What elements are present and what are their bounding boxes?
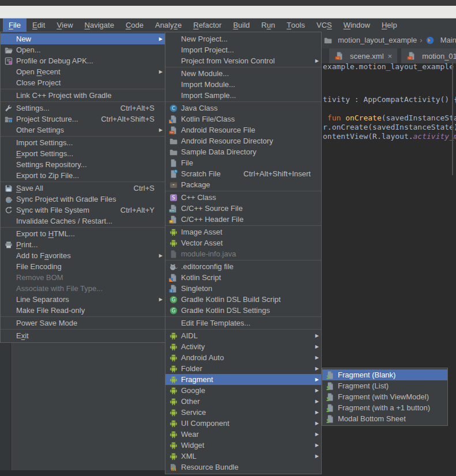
- menu-item-widget[interactable]: Widget▶: [165, 440, 321, 451]
- menubar-item-window[interactable]: Window: [338, 18, 376, 32]
- menu-item-link-c-project-with-gradle[interactable]: Link C++ Project with Gradle: [1, 90, 165, 101]
- menubar-item-file[interactable]: File: [3, 18, 27, 32]
- menu-item-import-project[interactable]: Import Project...: [165, 44, 321, 55]
- menu-item-power-save-mode[interactable]: Power Save Mode: [1, 318, 165, 328]
- menu-item-wear[interactable]: Wear▶: [165, 429, 321, 440]
- menu-item-label: Gradle Kotlin DSL Build Script: [181, 295, 281, 304]
- menu-item-new-module[interactable]: New Module...: [165, 68, 321, 79]
- menu-item-modal-bottom-sheet[interactable]: Modal Bottom Sheet: [322, 413, 447, 424]
- menu-item-label: New Module...: [181, 69, 229, 78]
- menubar-item-help[interactable]: Help: [376, 18, 403, 32]
- menu-item-scratch-file[interactable]: Scratch FileCtrl+Alt+Shift+Insert: [165, 168, 321, 179]
- menu-item-activity[interactable]: Activity▶: [165, 341, 321, 352]
- menu-item-export-to-html[interactable]: Export to HTML...: [1, 228, 165, 239]
- menu-item-editorconfig-file[interactable]: .editorconfig file: [165, 261, 321, 272]
- menu-item-fragment-with-viewmodel[interactable]: Fragment (with ViewModel): [322, 391, 447, 402]
- menubar-item-view[interactable]: View: [51, 18, 78, 32]
- menu-separator: [165, 67, 321, 67]
- menu-item-profile-or-debug-apk[interactable]: Profile or Debug APK...: [1, 55, 165, 66]
- menu-item-project-from-version-control[interactable]: Project from Version Control▶: [165, 55, 321, 66]
- menubar-item-tools[interactable]: Tools: [281, 18, 311, 32]
- system-titlebar: [0, 6, 456, 18]
- menu-item-settings[interactable]: Settings...Ctrl+Alt+S: [1, 103, 165, 114]
- menu-item-image-asset[interactable]: Image Asset: [165, 226, 321, 237]
- menu-item-edit-file-templates[interactable]: Edit File Templates...: [165, 318, 321, 328]
- breadcrumb-item-mainac[interactable]: MainAc: [425, 36, 456, 45]
- menu-item-sync-project-with-gradle-files[interactable]: Sync Project with Gradle Files: [1, 194, 165, 205]
- menu-item-exit[interactable]: Exit: [1, 330, 165, 341]
- menu-item-export-settings[interactable]: Export Settings...: [1, 148, 165, 159]
- menubar-item-build[interactable]: Build: [227, 18, 255, 32]
- menu-item-import-sample[interactable]: Import Sample...: [165, 90, 321, 101]
- menu-item-service[interactable]: Service▶: [165, 407, 321, 418]
- menu-item-import-settings[interactable]: Import Settings...: [1, 137, 165, 148]
- menu-item-gradle-kotlin-dsl-settings[interactable]: GGradle Kotlin DSL Settings: [165, 305, 321, 316]
- menu-item-android-resource-file[interactable]: <>Android Resource File: [165, 124, 321, 135]
- menu-item-open-recent[interactable]: Open Recent▶: [1, 66, 165, 77]
- menu-item-fragment-list[interactable]: Fragment (List): [322, 380, 447, 391]
- menu-item-c-class[interactable]: SC++ Class: [165, 192, 321, 203]
- menubar-item-refactor[interactable]: Refactor: [187, 18, 227, 32]
- menu-item-label: Kotlin File/Class: [181, 115, 235, 123]
- menubar-item-navigate[interactable]: Navigate: [79, 18, 120, 32]
- menu-item-label: Android Resource File: [181, 126, 255, 134]
- menu-item-c-c-source-file[interactable]: C++C/C++ Source File: [165, 203, 321, 214]
- menu-item-file-encoding[interactable]: File Encoding: [1, 261, 165, 272]
- menu-item-label: Settings Repository...: [16, 160, 87, 169]
- menu-item-new-project[interactable]: New Project...: [165, 33, 321, 44]
- menu-item-singleton[interactable]: JSingleton: [165, 283, 321, 294]
- menu-item-gradle-kotlin-dsl-build-script[interactable]: GGradle Kotlin DSL Build Script: [165, 294, 321, 305]
- menu-item-vector-asset[interactable]: Vector Asset: [165, 237, 321, 248]
- menu-item-other[interactable]: Other▶: [165, 396, 321, 407]
- tab-close-icon[interactable]: ×: [388, 52, 393, 61]
- menu-item-export-to-zip-file[interactable]: Export to Zip File...: [1, 170, 165, 181]
- menu-item-sync-with-file-system[interactable]: Sync with File SystemCtrl+Alt+Y: [1, 205, 165, 216]
- editor-tab-motion-01-cl[interactable]: <>motion_01_cl_: [401, 48, 456, 63]
- menu-item-resource-bundle[interactable]: Resource Bundle: [165, 462, 321, 473]
- breadcrumb-item-motion-layout-example[interactable]: motion_layout_example: [323, 36, 417, 45]
- menu-item-xml[interactable]: XML▶: [165, 451, 321, 462]
- editor-tab-scene-xml[interactable]: <>scene.xml×: [329, 48, 397, 63]
- menu-item-fragment-with-a-1-button[interactable]: Fragment (with a +1 button): [322, 402, 447, 413]
- menu-item-file[interactable]: File: [165, 157, 321, 168]
- menu-item-sample-data-directory[interactable]: Sample Data Directory: [165, 146, 321, 157]
- menu-item-settings-repository[interactable]: Settings Repository...: [1, 159, 165, 170]
- menubar-item-analyze[interactable]: Analyze: [149, 18, 187, 32]
- menu-item-c-c-header-file[interactable]: HC/C++ Header File: [165, 214, 321, 225]
- menu-item-other-settings[interactable]: Other Settings▶: [1, 124, 165, 135]
- menu-item-google[interactable]: Google▶: [165, 385, 321, 396]
- menu-item-save-all[interactable]: Save AllCtrl+S: [1, 183, 165, 194]
- menu-item-make-file-read-only[interactable]: Make File Read-only: [1, 305, 165, 316]
- menubar-item-code[interactable]: Code: [120, 18, 149, 32]
- code-line: example.motion_layout_example: [323, 62, 454, 71]
- menu-item-android-resource-directory[interactable]: Android Resource Directory: [165, 135, 321, 146]
- menu-item-fragment-blank[interactable]: Fragment (Blank): [322, 369, 447, 380]
- menu-item-open[interactable]: Open...: [1, 44, 165, 55]
- menu-item-add-to-favorites[interactable]: Add to Favorites▶: [1, 250, 165, 261]
- menu-item-kotlin-script[interactable]: Kotlin Script: [165, 272, 321, 283]
- menu-item-kotlin-file-class[interactable]: Kotlin File/Class: [165, 114, 321, 124]
- menubar-item-vcs[interactable]: VCS: [311, 18, 338, 32]
- project-panel-background: [0, 341, 165, 476]
- menu-item-aidl[interactable]: AIDL▶: [165, 330, 321, 341]
- editor-scrollbar[interactable]: [452, 62, 453, 175]
- menu-item-import-module[interactable]: Import Module...: [165, 79, 321, 90]
- menu-item-ui-component[interactable]: UI Component▶: [165, 418, 321, 429]
- menu-item-folder[interactable]: Folder▶: [165, 363, 321, 374]
- menu-item-label: Add to Favorites: [16, 251, 71, 260]
- fragment-file-icon: [325, 371, 335, 380]
- menubar-item-edit[interactable]: Edit: [27, 18, 51, 32]
- menu-item-print[interactable]: Print...: [1, 239, 165, 250]
- menu-item-new[interactable]: New▶: [1, 33, 165, 44]
- menu-item-android-auto[interactable]: Android Auto▶: [165, 352, 321, 363]
- menu-item-project-structure[interactable]: Project Structure...Ctrl+Alt+Shift+S: [1, 114, 165, 124]
- menu-item-invalidate-caches-restart[interactable]: Invalidate Caches / Restart...: [1, 216, 165, 226]
- menu-item-package[interactable]: Package: [165, 179, 321, 190]
- menu-item-close-project[interactable]: Close Project: [1, 77, 165, 88]
- menu-item-line-separators[interactable]: Line Separators▶: [1, 294, 165, 305]
- menu-item-label: C/C++ Source File: [181, 204, 243, 213]
- menu-item-fragment[interactable]: Fragment▶: [165, 374, 321, 385]
- menu-item-shortcut: Ctrl+S: [134, 184, 154, 192]
- menu-item-java-class[interactable]: CJava Class: [165, 103, 321, 114]
- menubar-item-run[interactable]: Run: [255, 18, 281, 32]
